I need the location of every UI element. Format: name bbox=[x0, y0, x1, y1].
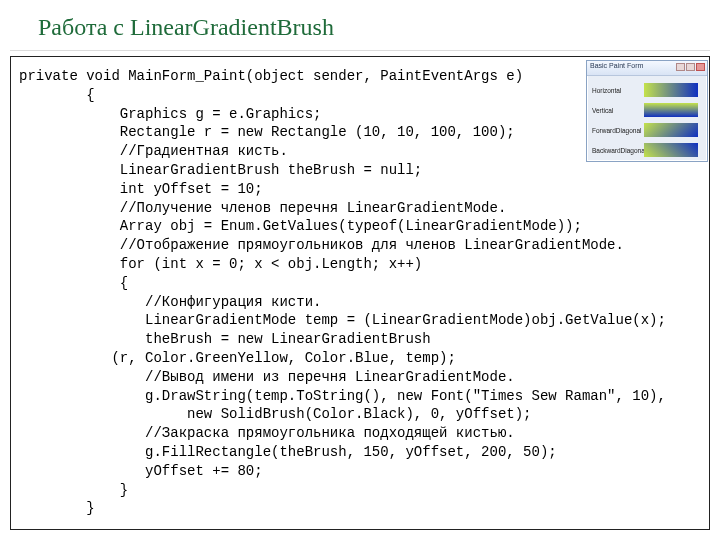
gradient-label: Vertical bbox=[592, 107, 644, 114]
gradient-label: ForwardDiagonal bbox=[592, 127, 644, 134]
minimize-icon bbox=[676, 63, 685, 71]
window-buttons bbox=[676, 63, 705, 71]
gradient-swatch bbox=[644, 123, 698, 137]
close-icon bbox=[696, 63, 705, 71]
gradient-row: Horizontal bbox=[592, 80, 702, 100]
example-window: Basic Paint Form HorizontalVerticalForwa… bbox=[586, 60, 708, 162]
gradient-row: BackwardDiagonal bbox=[592, 140, 702, 160]
example-window-titlebar: Basic Paint Form bbox=[587, 61, 707, 76]
gradient-label: BackwardDiagonal bbox=[592, 147, 644, 154]
gradient-row: Vertical bbox=[592, 100, 702, 120]
example-window-body: HorizontalVerticalForwardDiagonalBackwar… bbox=[587, 76, 707, 164]
example-window-title: Basic Paint Form bbox=[590, 62, 643, 69]
gradient-swatch bbox=[644, 143, 698, 157]
title-rule bbox=[10, 50, 710, 51]
gradient-label: Horizontal bbox=[592, 87, 644, 94]
slide-title: Работа с LinearGradientBrush bbox=[38, 14, 334, 41]
slide: Работа с LinearGradientBrush private voi… bbox=[0, 0, 720, 540]
maximize-icon bbox=[686, 63, 695, 71]
gradient-swatch bbox=[644, 103, 698, 117]
gradient-swatch bbox=[644, 83, 698, 97]
gradient-row: ForwardDiagonal bbox=[592, 120, 702, 140]
